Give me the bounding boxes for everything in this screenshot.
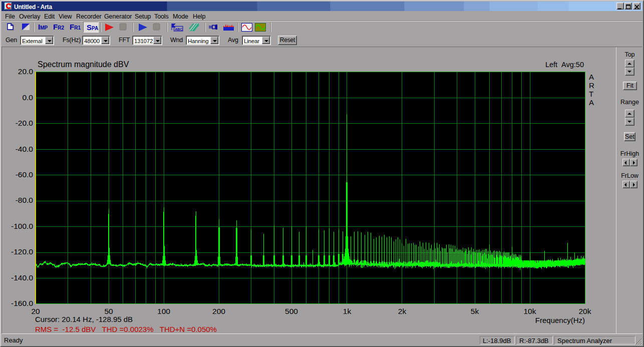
svg-text:ABC: ABC xyxy=(175,27,183,32)
